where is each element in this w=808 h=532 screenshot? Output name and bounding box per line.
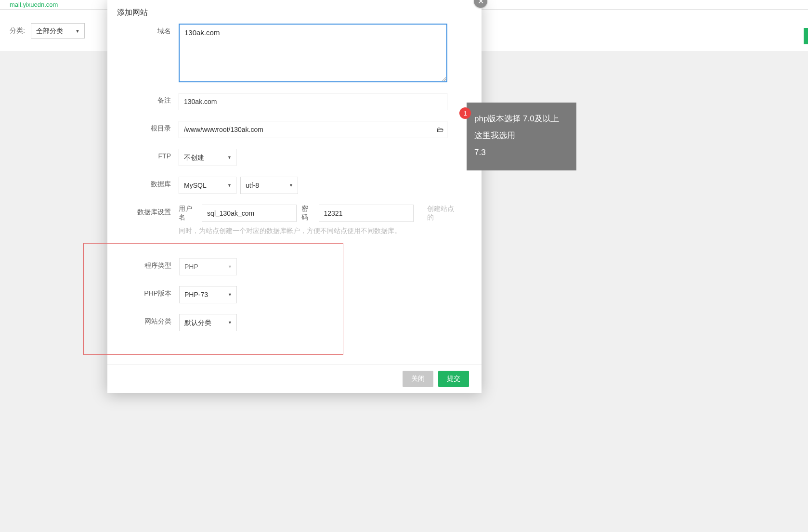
row-db-settings: 数据库设置 用户名 密码 创建站点的 同时，为站点创建一个对应的数据库帐户，方便… (107, 205, 457, 235)
add-site-modal: ✕ 添加网站 域名 130ak.com 备注 根目录 🗁 (107, 0, 482, 393)
site-category-select[interactable]: 默认分类 (179, 314, 237, 331)
filter-label: 分类: (10, 26, 25, 35)
tooltip-line2: 这里我选用 (474, 129, 569, 143)
annotation-badge: 1 (459, 107, 471, 119)
label-site-category: 网站分类 (108, 314, 179, 326)
row-program-type: 程序类型 PHP (108, 258, 343, 275)
label-program-type: 程序类型 (108, 258, 179, 270)
row-root: 根目录 🗁 (107, 121, 457, 138)
php-version-select[interactable]: PHP-73 (179, 286, 237, 303)
remark-input[interactable] (179, 93, 447, 110)
db-user-input[interactable] (202, 205, 297, 222)
add-site-form: 域名 130ak.com 备注 根目录 🗁 FTP (107, 24, 482, 355)
label-php-version: PHP版本 (108, 286, 179, 298)
row-remark: 备注 (107, 93, 457, 110)
row-site-category: 网站分类 默认分类 (108, 314, 343, 331)
row-domain: 域名 130ak.com (107, 24, 457, 82)
filter-select[interactable]: 全部分类 (31, 23, 85, 39)
db-pass-input[interactable] (319, 205, 414, 222)
modal-title: 添加网站 (107, 0, 482, 24)
label-ftp: FTP (107, 149, 179, 160)
db-user-label: 用户名 (179, 205, 197, 222)
submit-button[interactable]: 提交 (438, 371, 469, 387)
db-engine-select[interactable]: MySQL (179, 177, 236, 194)
row-php-version: PHP版本 PHP-73 (108, 286, 343, 303)
db-tail-text: 创建站点的 (427, 205, 458, 222)
label-database: 数据库 (107, 177, 179, 189)
accept-button-edge[interactable] (804, 28, 808, 44)
tooltip-line1: php版本选择 7.0及以上 (474, 112, 569, 126)
header-domain-link[interactable]: mail.yixuedn.com (10, 1, 58, 8)
db-help-text: 同时，为站点创建一个对应的数据库帐户，方便不同站点使用不同数据库。 (179, 227, 457, 235)
db-pass-label: 密码 (301, 205, 313, 222)
ftp-select[interactable]: 不创建 (179, 149, 236, 166)
highlight-box: 程序类型 PHP PHP版本 PHP-73 (83, 243, 343, 355)
program-type-select: PHP (179, 258, 237, 275)
db-charset-select[interactable]: utf-8 (240, 177, 298, 194)
root-input[interactable] (179, 121, 447, 138)
row-database: 数据库 MySQL utf-8 (107, 177, 457, 194)
tooltip-line3: 7.3 (474, 146, 569, 160)
domain-input[interactable]: 130ak.com (179, 24, 447, 82)
row-ftp: FTP 不创建 (107, 149, 457, 166)
label-root: 根目录 (107, 121, 179, 133)
annotation-tooltip: php版本选择 7.0及以上 这里我选用 7.3 (467, 103, 576, 170)
modal-footer: 关闭 提交 (107, 364, 482, 393)
label-db-settings: 数据库设置 (107, 205, 179, 217)
close-button[interactable]: 关闭 (403, 371, 433, 387)
label-remark: 备注 (107, 93, 179, 105)
folder-icon[interactable]: 🗁 (437, 126, 443, 133)
label-domain: 域名 (107, 24, 179, 36)
